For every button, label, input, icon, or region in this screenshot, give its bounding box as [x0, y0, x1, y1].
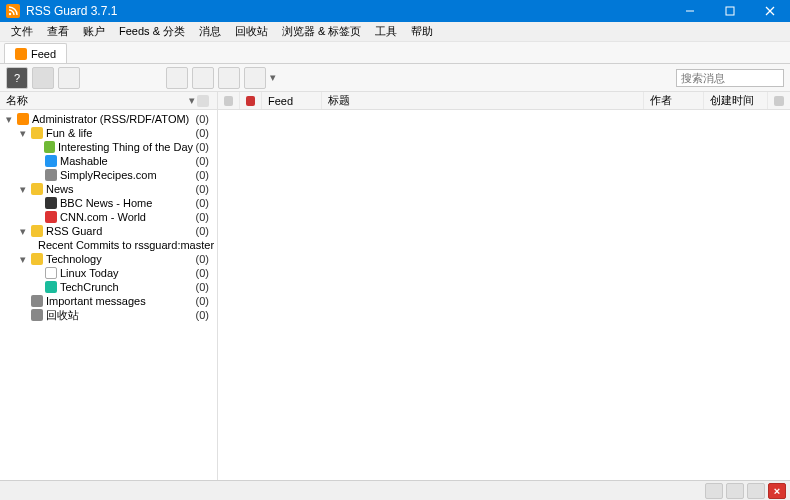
tree-count: (0) — [193, 155, 209, 167]
column-created[interactable]: 创建时间 — [704, 92, 768, 109]
toolbar-button-6[interactable] — [218, 67, 240, 89]
tree-header-count-icon[interactable] — [197, 95, 209, 107]
tree-row[interactable]: BBC News - Home(0) — [0, 196, 217, 210]
tree-row[interactable]: 回收站(0) — [0, 308, 217, 322]
feed-icon — [31, 253, 43, 265]
maximize-button[interactable] — [710, 0, 750, 22]
menu-view[interactable]: 查看 — [40, 22, 76, 41]
close-button[interactable] — [750, 0, 790, 22]
tree-row[interactable]: SimplyRecipes.com(0) — [0, 168, 217, 182]
tabbar: Feed — [0, 42, 790, 64]
tree-header: 名称 ▾ — [0, 92, 217, 110]
expander-icon[interactable]: ▾ — [18, 127, 28, 140]
svg-rect-2 — [726, 7, 734, 15]
column-icon-1[interactable] — [224, 96, 233, 106]
tree-count: (0) — [193, 183, 209, 195]
column-author[interactable]: 作者 — [644, 92, 704, 109]
tree-count: (0) — [193, 267, 209, 279]
minimize-button[interactable] — [670, 0, 710, 22]
tree-count: (0) — [193, 169, 209, 181]
toolbar-button-3[interactable] — [58, 67, 80, 89]
tree-label: Interesting Thing of the Day — [58, 141, 193, 153]
tree-label: Mashable — [60, 155, 108, 167]
status-button-1[interactable] — [705, 483, 723, 499]
tree-row[interactable]: Recent Commits to rssguard:master(0) — [0, 238, 217, 252]
expander-icon[interactable]: ▾ — [18, 183, 28, 196]
expander-icon[interactable]: ▾ — [18, 253, 28, 266]
tree-row[interactable]: TechCrunch(0) — [0, 280, 217, 294]
toolbar-button-1[interactable]: ? — [6, 67, 28, 89]
column-icon-2[interactable] — [246, 96, 255, 106]
tab-feed[interactable]: Feed — [4, 43, 67, 63]
feed-icon — [44, 141, 55, 153]
tree-label: Linux Today — [60, 267, 119, 279]
toolbar: ? ▾ — [0, 64, 790, 92]
tree-label: Important messages — [46, 295, 146, 307]
feed-icon — [31, 225, 43, 237]
status-button-3[interactable] — [747, 483, 765, 499]
tree-label: Administrator (RSS/RDF/ATOM) — [32, 113, 189, 125]
feed-icon — [45, 281, 57, 293]
menu-accounts[interactable]: 账户 — [76, 22, 112, 41]
feed-icon — [31, 309, 43, 321]
tree-count: (0) — [193, 309, 209, 321]
feed-tree[interactable]: ▾Administrator (RSS/RDF/ATOM)(0)▾Fun & l… — [0, 110, 217, 480]
feed-icon — [45, 155, 57, 167]
column-title[interactable]: 标题 — [322, 92, 644, 109]
feed-icon — [31, 183, 43, 195]
status-button-close[interactable]: × — [768, 483, 786, 499]
toolbar-button-7[interactable] — [244, 67, 266, 89]
tree-row[interactable]: ▾Administrator (RSS/RDF/ATOM)(0) — [0, 112, 217, 126]
menu-help[interactable]: 帮助 — [404, 22, 440, 41]
tree-count: (0) — [193, 197, 209, 209]
tree-label: News — [46, 183, 74, 195]
message-list-pane: Feed 标题 作者 创建时间 — [218, 92, 790, 480]
message-list-body[interactable] — [218, 110, 790, 480]
toolbar-button-5[interactable] — [192, 67, 214, 89]
tree-row[interactable]: ▾Technology(0) — [0, 252, 217, 266]
feed-icon — [45, 197, 57, 209]
app-icon — [6, 4, 20, 18]
column-icon-3[interactable] — [774, 96, 784, 106]
tree-row[interactable]: ▾RSS Guard(0) — [0, 224, 217, 238]
tree-count: (0) — [193, 295, 209, 307]
toolbar-dropdown-arrow[interactable]: ▾ — [270, 71, 276, 84]
feed-icon — [45, 267, 57, 279]
tree-row[interactable]: Interesting Thing of the Day(0) — [0, 140, 217, 154]
tree-row[interactable]: Mashable(0) — [0, 154, 217, 168]
tree-row[interactable]: ▾Fun & life(0) — [0, 126, 217, 140]
column-feed[interactable]: Feed — [262, 92, 322, 109]
tree-count: (0) — [193, 253, 209, 265]
feed-icon — [45, 169, 57, 181]
expander-icon[interactable]: ▾ — [4, 113, 14, 126]
tree-row[interactable]: ▾News(0) — [0, 182, 217, 196]
tree-label: Fun & life — [46, 127, 92, 139]
message-list-header: Feed 标题 作者 创建时间 — [218, 92, 790, 110]
tree-label: Recent Commits to rssguard:master — [38, 239, 214, 251]
status-button-2[interactable] — [726, 483, 744, 499]
svg-point-0 — [9, 13, 11, 15]
tree-count: (0) — [193, 225, 209, 237]
menu-browser[interactable]: 浏览器 & 标签页 — [275, 22, 368, 41]
menu-feeds[interactable]: Feeds & 分类 — [112, 22, 192, 41]
toolbar-button-2[interactable] — [32, 67, 54, 89]
tree-header-name[interactable]: 名称 — [6, 93, 189, 108]
menu-file[interactable]: 文件 — [4, 22, 40, 41]
menu-tools[interactable]: 工具 — [368, 22, 404, 41]
tree-row[interactable]: Important messages(0) — [0, 294, 217, 308]
feed-icon — [31, 127, 43, 139]
window-title: RSS Guard 3.7.1 — [26, 4, 670, 18]
statusbar: × — [0, 480, 790, 500]
tree-row[interactable]: Linux Today(0) — [0, 266, 217, 280]
tree-count: (0) — [193, 211, 209, 223]
tab-label: Feed — [31, 48, 56, 60]
tree-row[interactable]: CNN.com - World(0) — [0, 210, 217, 224]
search-input[interactable] — [676, 69, 784, 87]
titlebar: RSS Guard 3.7.1 — [0, 0, 790, 22]
chevron-down-icon[interactable]: ▾ — [189, 94, 195, 107]
tree-label: TechCrunch — [60, 281, 119, 293]
menu-recycle[interactable]: 回收站 — [228, 22, 275, 41]
expander-icon[interactable]: ▾ — [18, 225, 28, 238]
toolbar-button-4[interactable] — [166, 67, 188, 89]
menu-messages[interactable]: 消息 — [192, 22, 228, 41]
